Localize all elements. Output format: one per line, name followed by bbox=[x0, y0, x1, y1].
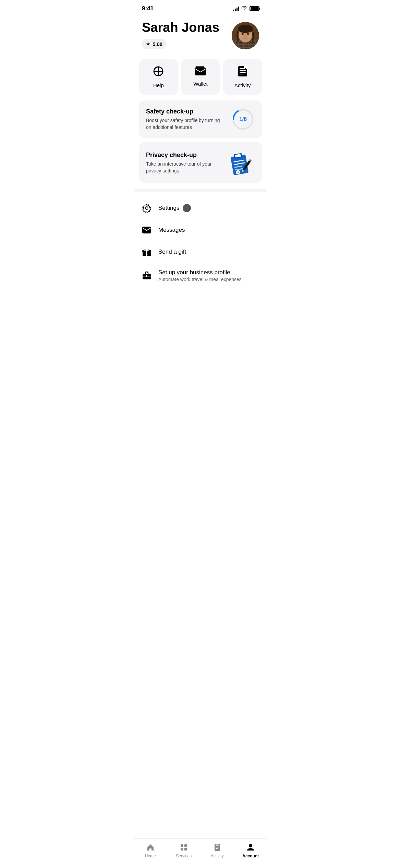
svg-point-17 bbox=[245, 35, 246, 37]
status-icons bbox=[233, 5, 259, 12]
svg-rect-29 bbox=[240, 68, 244, 69]
help-button[interactable]: Help bbox=[139, 59, 178, 95]
settings-badge bbox=[183, 204, 191, 212]
messages-content: Messages bbox=[158, 227, 259, 233]
wallet-label: Wallet bbox=[193, 81, 207, 87]
svg-point-11 bbox=[240, 35, 243, 38]
wifi-icon bbox=[241, 5, 247, 12]
privacy-clipboard-icon bbox=[228, 149, 255, 177]
gear-icon bbox=[142, 203, 151, 213]
quick-actions: Help Wallet bbox=[134, 56, 267, 100]
help-icon bbox=[153, 66, 164, 79]
svg-rect-26 bbox=[196, 67, 204, 69]
settings-menu-item[interactable]: Settings bbox=[134, 197, 267, 219]
send-gift-content: Send a gift bbox=[158, 249, 259, 255]
send-gift-title: Send a gift bbox=[158, 249, 186, 255]
privacy-checkup-content: Privacy check-up Take an interactive tou… bbox=[146, 152, 222, 174]
privacy-checkup-title: Privacy check-up bbox=[146, 152, 222, 159]
privacy-checkup-card[interactable]: Privacy check-up Take an interactive tou… bbox=[139, 142, 262, 183]
svg-rect-52 bbox=[146, 250, 147, 256]
checkup-cards: Safety check-up Boost your safety profil… bbox=[134, 100, 267, 183]
svg-rect-30 bbox=[240, 70, 246, 71]
status-bar: 9:41 bbox=[134, 0, 267, 15]
business-subtitle: Automate work travel & meal expenses bbox=[158, 277, 259, 282]
safety-progress-text: 1/6 bbox=[239, 116, 247, 122]
svg-point-18 bbox=[238, 25, 253, 33]
svg-point-14 bbox=[247, 33, 249, 35]
safety-progress-circle: 1/6 bbox=[231, 107, 255, 131]
activity-label: Activity bbox=[234, 82, 251, 88]
settings-content: Settings bbox=[158, 204, 259, 212]
svg-point-15 bbox=[243, 34, 243, 34]
svg-point-47 bbox=[145, 207, 148, 209]
safety-checkup-card[interactable]: Safety check-up Boost your safety profil… bbox=[139, 100, 262, 138]
business-menu-item[interactable]: Set up your business profile Automate wo… bbox=[134, 263, 267, 288]
messages-menu-item[interactable]: Messages bbox=[134, 219, 267, 241]
svg-point-12 bbox=[248, 35, 251, 38]
envelope-icon bbox=[142, 225, 151, 235]
safety-checkup-content: Safety check-up Boost your safety profil… bbox=[146, 108, 226, 131]
send-gift-menu-item[interactable]: Send a gift bbox=[134, 241, 267, 263]
svg-point-16 bbox=[248, 34, 249, 34]
briefcase-icon bbox=[142, 271, 151, 280]
rating-value: 5.00 bbox=[153, 41, 162, 47]
svg-point-13 bbox=[242, 33, 244, 35]
header-left: Sarah Jonas ★ 5.00 bbox=[142, 21, 232, 49]
avatar[interactable] bbox=[232, 22, 259, 49]
safety-checkup-desc: Boost your safety profile by turning on … bbox=[146, 117, 226, 131]
safety-checkup-title: Safety check-up bbox=[146, 108, 226, 115]
gift-icon bbox=[142, 247, 151, 257]
rating-badge: ★ 5.00 bbox=[142, 39, 167, 49]
user-name: Sarah Jonas bbox=[142, 21, 232, 35]
signal-icon bbox=[233, 6, 239, 11]
svg-rect-32 bbox=[240, 74, 244, 74]
business-title: Set up your business profile bbox=[158, 269, 259, 276]
svg-rect-31 bbox=[240, 72, 246, 73]
activity-button[interactable]: Activity bbox=[223, 59, 262, 95]
svg-rect-57 bbox=[146, 275, 147, 277]
privacy-checkup-desc: Take an interactive tour of your privacy… bbox=[146, 161, 222, 174]
section-divider bbox=[134, 189, 267, 192]
wallet-icon bbox=[195, 66, 206, 77]
menu-section: Settings Messages bbox=[134, 194, 267, 291]
activity-icon bbox=[238, 66, 247, 79]
battery-icon bbox=[250, 6, 259, 11]
help-label: Help bbox=[153, 82, 164, 88]
svg-point-54 bbox=[146, 250, 147, 251]
star-icon: ★ bbox=[146, 41, 150, 47]
messages-title: Messages bbox=[158, 227, 185, 233]
settings-title: Settings bbox=[158, 205, 179, 212]
wallet-button[interactable]: Wallet bbox=[181, 59, 220, 95]
business-content: Set up your business profile Automate wo… bbox=[158, 269, 259, 282]
status-time: 9:41 bbox=[142, 5, 154, 12]
header-section: Sarah Jonas ★ 5.00 bbox=[134, 15, 267, 56]
